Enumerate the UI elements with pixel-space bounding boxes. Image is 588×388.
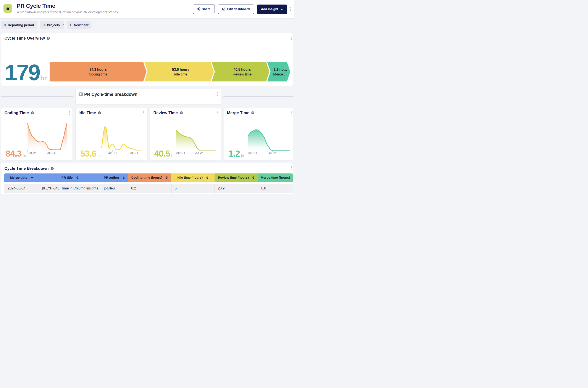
svg-text:84.3 hours: 84.3 hours: [89, 68, 107, 71]
svg-text:Idle time: Idle time: [174, 73, 187, 76]
svg-text:Review time: Review time: [233, 73, 252, 76]
svg-text:Coding time: Coding time: [89, 73, 107, 76]
svg-text:40.5 hours: 40.5 hours: [233, 68, 251, 71]
svg-text:1.2 ho…: 1.2 ho…: [274, 68, 287, 71]
svg-text:53.6 hours: 53.6 hours: [172, 68, 189, 71]
svg-text:Merge …: Merge …: [273, 73, 288, 76]
